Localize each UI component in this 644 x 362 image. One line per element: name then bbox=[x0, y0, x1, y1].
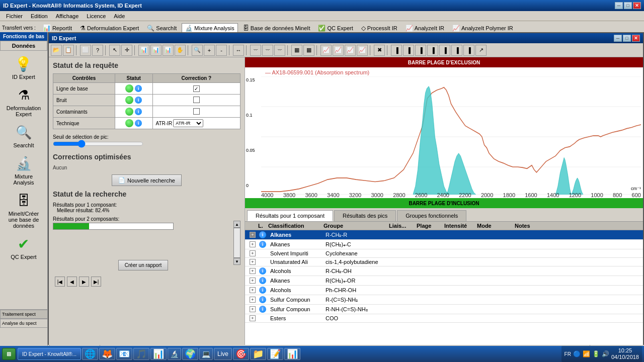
menu-affichage[interactable]: Affichage bbox=[52, 12, 83, 20]
row7-info-icon[interactable]: i bbox=[259, 296, 266, 303]
menu-licence[interactable]: Licence bbox=[83, 12, 110, 20]
result-row-1[interactable]: + i Alkanes R(CH₂)₄-C bbox=[245, 240, 643, 249]
tb-spectrometer-btn[interactable]: ⬜ bbox=[80, 45, 91, 56]
tb-bar9-btn[interactable]: ▐ bbox=[463, 45, 474, 56]
row6-info-icon[interactable]: i bbox=[259, 287, 266, 294]
taskbar-item-excel[interactable]: 📊 bbox=[150, 348, 167, 360]
row0-expand[interactable]: + bbox=[250, 232, 256, 238]
taskbar-item-sound[interactable]: 🎵 bbox=[133, 348, 149, 360]
taskbar-item-ff[interactable]: 🦊 bbox=[99, 348, 115, 360]
tb-wave2-btn[interactable]: 〰 bbox=[262, 45, 273, 56]
technique-select[interactable]: ATR-IR bbox=[173, 119, 203, 127]
tb-bar1-btn[interactable]: ▦ bbox=[291, 45, 302, 56]
nav-prev-btn[interactable]: ◀ bbox=[67, 277, 77, 287]
tb-chart7-btn[interactable]: 📈 bbox=[357, 45, 368, 56]
result-row-8[interactable]: + i Sulfur Compoun R-NH-(C=S)-NH₂ bbox=[245, 305, 643, 314]
row1-info-icon[interactable]: i bbox=[259, 241, 266, 248]
tb-bar6-btn[interactable]: ▐ bbox=[427, 45, 438, 56]
tb-bar3-btn[interactable]: ▐ bbox=[391, 45, 402, 56]
tb-arrows-btn[interactable]: ↔ bbox=[233, 45, 244, 56]
row0-info-icon[interactable]: i bbox=[259, 231, 266, 238]
tab-deformulation[interactable]: ⚗ Deformulation Expert bbox=[77, 24, 142, 33]
tab-mineit[interactable]: 🗄 Base de données MineIt bbox=[240, 24, 313, 33]
sidebar-item-mineit[interactable]: 🗄 MineIt/Créer une base de données bbox=[2, 190, 45, 231]
tb-chart1-btn[interactable]: 📊 bbox=[138, 45, 149, 56]
taskbar-item-ppt[interactable]: 📊 bbox=[284, 348, 300, 360]
row8-expand[interactable]: + bbox=[250, 306, 256, 312]
sidebar-bottom-item2[interactable]: Analyse du spect bbox=[0, 319, 48, 328]
contaminants-info-icon[interactable]: i bbox=[135, 108, 142, 115]
id-max-btn[interactable]: □ bbox=[623, 35, 631, 42]
row5-expand[interactable]: + bbox=[250, 278, 256, 284]
tb-bar10-btn[interactable]: ↗ bbox=[475, 45, 487, 56]
nouvelle-recherche-btn[interactable]: 📄 Nouvelle recherche bbox=[112, 174, 182, 186]
tb-cursor-btn[interactable]: ↖ bbox=[109, 45, 120, 56]
row9-expand[interactable]: + bbox=[250, 315, 256, 321]
tb-chart4-btn[interactable]: 📈 bbox=[320, 45, 332, 56]
baseline-info-icon[interactable]: i bbox=[135, 85, 142, 92]
tab-searchit[interactable]: 🔍 SearchIt bbox=[144, 24, 180, 33]
row5-info-icon[interactable]: i bbox=[259, 277, 266, 284]
sidebar-item-searchit[interactable]: 🔍 SearchIt bbox=[12, 121, 36, 150]
cell-bruit-correction[interactable] bbox=[152, 95, 240, 106]
tab-mixture[interactable]: 🔬 Mixture Analysis bbox=[182, 23, 237, 33]
taskbar-item-chrome[interactable]: 🌍 bbox=[182, 348, 198, 360]
sidebar-item-qcexpert[interactable]: ✔ QC Expert bbox=[9, 233, 38, 262]
result-row-3[interactable]: + Unsaturated Ali cis-1,4-polybutadiene bbox=[245, 258, 643, 266]
taskbar-item-outlook[interactable]: 📧 bbox=[116, 348, 132, 360]
tab-qcexpert[interactable]: ✅ QC Expert bbox=[315, 24, 356, 33]
menu-aide[interactable]: Aide bbox=[110, 12, 129, 20]
tb-copy-btn[interactable]: 📋 bbox=[63, 45, 74, 56]
tb-bar5-btn[interactable]: ▐ bbox=[415, 45, 426, 56]
tb-chart2-btn[interactable]: 📊 bbox=[150, 45, 162, 56]
contaminants-checkbox[interactable] bbox=[193, 108, 200, 115]
restore-btn[interactable]: □ bbox=[624, 2, 632, 9]
tab-reportit[interactable]: 📊 ReportIt bbox=[40, 23, 75, 33]
tb-zoomout-btn[interactable]: - bbox=[216, 45, 227, 56]
row7-expand[interactable]: + bbox=[250, 297, 256, 303]
sidebar-item-deformulation[interactable]: ⚗ Deformulation Expert bbox=[2, 84, 45, 119]
tb-help-btn[interactable]: ? bbox=[92, 45, 103, 56]
tab-result3[interactable]: Groupes fonctionnels bbox=[397, 210, 466, 221]
result-row-2[interactable]: + Solvent Impuriti Cyclohexane bbox=[245, 249, 643, 258]
tab-analyzeitpolymer[interactable]: 📈 AnalyzeIt Polymer IR bbox=[449, 24, 516, 33]
tb-x-btn[interactable]: ✖ bbox=[374, 45, 385, 56]
sidebar-bottom-item1[interactable]: Traitement spect bbox=[0, 310, 48, 319]
tb-wave3-btn[interactable]: 〰 bbox=[274, 45, 285, 56]
tab-result2[interactable]: Résultats des pics bbox=[334, 210, 396, 221]
tb-bar4-btn[interactable]: ▐ bbox=[403, 45, 414, 56]
nav-next-btn[interactable]: ▶ bbox=[79, 277, 89, 287]
tb-crosshair-btn[interactable]: ✛ bbox=[121, 45, 132, 56]
scroll-down-btn[interactable]: ▼ bbox=[233, 258, 240, 265]
taskbar-item-word[interactable]: 📝 bbox=[267, 348, 283, 360]
scroll-up-btn[interactable]: ▲ bbox=[233, 221, 240, 228]
tb-chart5-btn[interactable]: 📈 bbox=[333, 45, 344, 56]
taskbar-item-app[interactable]: ID Expert - KnowItAll®... bbox=[18, 348, 81, 360]
row3-expand[interactable]: + bbox=[250, 259, 256, 265]
bruit-checkbox[interactable] bbox=[193, 97, 200, 103]
id-min-btn[interactable]: ─ bbox=[614, 35, 622, 42]
taskbar-item-live[interactable]: Live bbox=[214, 348, 232, 360]
tab-processit[interactable]: ◇ ProcessIt IR bbox=[358, 24, 400, 33]
menu-edition[interactable]: Edition bbox=[27, 12, 52, 20]
result-row-5[interactable]: + i Alkanes R(CH₂)₄-OR bbox=[245, 276, 643, 286]
start-button[interactable]: ⊞ bbox=[2, 348, 16, 360]
minimize-btn[interactable]: ─ bbox=[615, 2, 623, 9]
sidebar-item-mixture[interactable]: 🔬 Mixture Analysis bbox=[2, 152, 45, 188]
close-btn[interactable]: ✕ bbox=[633, 2, 641, 9]
row4-info-icon[interactable]: i bbox=[259, 267, 266, 275]
taskbar-item-ie[interactable]: 🌐 bbox=[82, 348, 98, 360]
tb-bar7-btn[interactable]: ▐ bbox=[439, 45, 450, 56]
tb-open-btn[interactable]: 📂 bbox=[51, 45, 62, 56]
create-report-btn[interactable]: Créer un rapport bbox=[118, 260, 168, 270]
tb-bar8-btn[interactable]: ▐ bbox=[451, 45, 462, 56]
tb-bar2-btn[interactable]: ▦ bbox=[303, 45, 314, 56]
row8-info-icon[interactable]: i bbox=[259, 306, 266, 313]
tb-wave1-btn[interactable]: 〰 bbox=[250, 45, 261, 56]
tab-result1[interactable]: Résultats pour 1 composant bbox=[247, 210, 333, 221]
menu-fichier[interactable]: Fichier bbox=[2, 12, 27, 20]
tb-zoom-btn[interactable]: 🔍 bbox=[192, 45, 203, 56]
baseline-checkbox[interactable]: ✓ bbox=[193, 85, 200, 92]
cell-baseline-correction[interactable]: ✓ bbox=[152, 83, 240, 95]
result-row-0[interactable]: + i Alkanes R-CH₂-R bbox=[245, 230, 643, 240]
